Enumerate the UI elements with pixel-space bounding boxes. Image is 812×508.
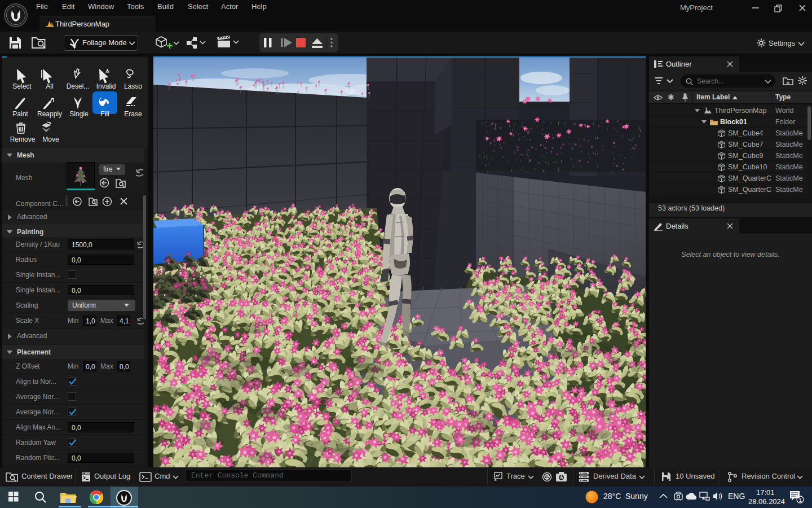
svg-text:1: 1 bbox=[799, 497, 802, 503]
